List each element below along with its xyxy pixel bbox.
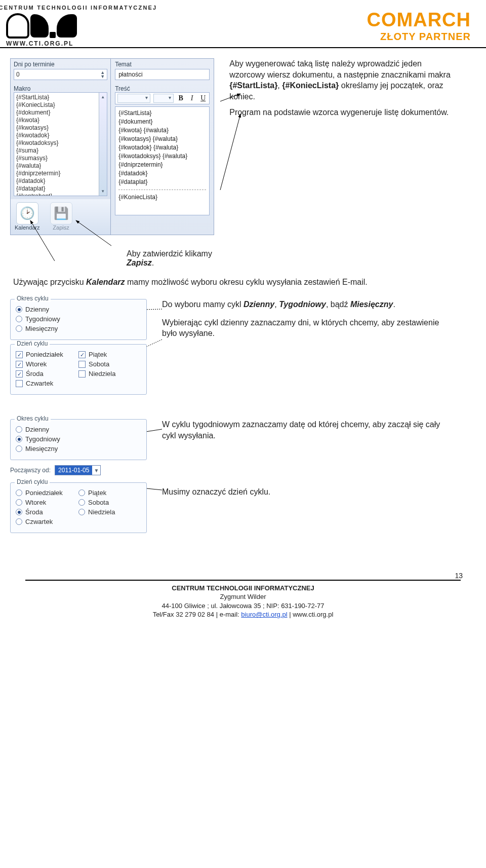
radio-piatek[interactable]: Piątek	[78, 489, 141, 497]
zapisz-label: Zapisz	[53, 224, 69, 231]
checkbox-icon	[16, 370, 23, 378]
scrollbar[interactable]	[99, 93, 107, 196]
radio-sobota[interactable]: Sobota	[78, 499, 141, 506]
radio-sroda[interactable]: Środa	[16, 508, 78, 516]
check-sobota[interactable]: Sobota	[78, 360, 141, 368]
date-input[interactable]: 2011-01-05 ▼	[55, 465, 101, 475]
checkbox-icon	[78, 361, 86, 368]
macro-item[interactable]: {#dniprzetermin}	[16, 170, 105, 177]
content-line: {#kwotasys} {#waluta}	[118, 135, 206, 143]
macro-item[interactable]: {#kwota}	[16, 117, 105, 124]
description-block-2: Do wyboru mamy cykl Dzienny, Tygodniowy,…	[162, 299, 446, 399]
radio-miesieczny[interactable]: Miesięczny	[16, 325, 141, 332]
radio-icon	[16, 316, 22, 322]
checkbox-icon	[16, 361, 23, 368]
macro-item[interactable]: {#suma}	[16, 147, 105, 155]
legend-dzien: Dzień cyklu	[15, 340, 50, 347]
radio-czwartek[interactable]: Czwartek	[16, 518, 78, 525]
underline-button[interactable]: U	[199, 94, 207, 102]
checkbox-icon	[78, 351, 86, 358]
content-line: {#dokument}	[118, 118, 206, 126]
macro-item[interactable]: {#StartLista}	[16, 94, 105, 101]
size-dropdown[interactable]	[153, 94, 174, 103]
format-toolbar: B I U	[115, 92, 210, 104]
checkbox-icon	[16, 351, 23, 358]
bold-button[interactable]: B	[177, 94, 185, 102]
para-tygodniowy: W cyklu tygodniowym zaznaczamy datę od k…	[162, 419, 446, 441]
radio-icon	[16, 426, 22, 433]
macro-item[interactable]: {#dokument}	[16, 109, 105, 117]
legend-okres: Okres cyklu	[15, 415, 51, 422]
check-wtorek[interactable]: Wtorek	[16, 360, 78, 368]
group-dzien-cyklu: Dzień cyklu Poniedziałek Wtorek Środa Cz…	[10, 482, 147, 533]
radio-poniedzialek[interactable]: Poniedziałek	[16, 489, 78, 497]
radio-icon	[16, 306, 22, 313]
macro-item[interactable]: {#dataplat}	[16, 185, 105, 193]
cycle-panel-daily: Okres cyklu Dzienny Tygodniowy Miesięczn…	[10, 299, 147, 399]
legend-okres: Okres cyklu	[15, 295, 51, 302]
macro-item[interactable]: {#datadok}	[16, 177, 105, 185]
description-block-1: Aby wygenerować taką listę należy wprowa…	[229, 58, 456, 235]
footer-url: www.cti.org.pl	[293, 611, 333, 618]
screenshot-macro-editor: Dni po terminie 0 ▲▼ Makro {#StartLista}…	[10, 58, 456, 235]
content-line: {#kwota} {#waluta}	[118, 126, 206, 135]
screenshot-okres-tygodniowy: Okres cyklu Dzienny Tygodniowy Miesięczn…	[10, 419, 456, 537]
macro-sidebar: Dni po terminie 0 ▲▼ Makro {#StartLista}…	[10, 58, 111, 235]
check-piatek[interactable]: Piątek	[78, 351, 141, 358]
radio-icon	[78, 499, 85, 506]
macro-item[interactable]: {#kwotadok}	[16, 132, 105, 139]
zapisz-button[interactable]: 💾 Zapisz	[50, 202, 72, 231]
macro-listbox[interactable]: {#StartLista} {#KoniecLista} {#dokument}…	[14, 92, 107, 196]
check-sroda[interactable]: Środa	[16, 370, 78, 378]
radio-tygodniowy[interactable]: Tygodniowy	[16, 315, 141, 323]
checkbox-icon	[16, 380, 23, 387]
radio-dzienny[interactable]: Dzienny	[16, 426, 141, 433]
label-makro: Makro	[11, 83, 110, 92]
clock-icon: 🕑	[16, 202, 38, 224]
macro-item[interactable]: {#KoniecLista}	[16, 101, 105, 109]
radio-wtorek[interactable]: Wtorek	[16, 499, 78, 506]
radio-tygodniowy[interactable]: Tygodniowy	[16, 435, 141, 443]
sidebar-toolbar: 🕑 Kalendarz 💾 Zapisz	[11, 199, 110, 235]
italic-button[interactable]: I	[188, 94, 196, 102]
date-row: Począwszy od: 2011-01-05 ▼	[10, 465, 147, 475]
check-czwartek[interactable]: Czwartek	[16, 380, 78, 387]
radio-niedziela[interactable]: Niedziela	[78, 508, 141, 516]
macro-item[interactable]: {#kontrahent}	[16, 193, 105, 196]
check-poniedzialek[interactable]: Poniedziałek	[16, 351, 78, 358]
radio-icon	[16, 499, 22, 506]
temat-input[interactable]: płatności	[115, 69, 210, 80]
cycle-panel-weekly: Okres cyklu Dzienny Tygodniowy Miesięczn…	[10, 419, 147, 537]
macro-item[interactable]: {#sumasys}	[16, 155, 105, 162]
footer-mail-link[interactable]: biuro@cti.org.pl	[241, 611, 287, 618]
content-line: {#kwotadoksys} {#waluta}	[118, 152, 206, 161]
chevron-down-icon[interactable]: ▼	[92, 468, 100, 473]
screenshot-okres-dzienny: Okres cyklu Dzienny Tygodniowy Miesięczn…	[10, 299, 456, 399]
check-niedziela[interactable]: Niedziela	[78, 370, 141, 378]
dni-spinner[interactable]: 0 ▲▼	[14, 69, 107, 80]
macro-item[interactable]: {#waluta}	[16, 162, 105, 170]
content-line: {#datadok}	[118, 169, 206, 178]
radio-icon	[16, 518, 22, 525]
spinner-arrows-icon[interactable]: ▲▼	[100, 70, 105, 79]
page-number: 13	[455, 572, 463, 580]
group-dzien-cyklu: Dzień cyklu Poniedziałek Wtorek Środa Cz…	[10, 344, 147, 395]
macro-item[interactable]: {#kwotasys}	[16, 124, 105, 132]
group-okres-cyklu: Okres cyklu Dzienny Tygodniowy Miesięczn…	[10, 299, 147, 340]
radio-icon	[78, 489, 85, 496]
label-tresc: Treść	[111, 83, 214, 92]
radio-icon	[16, 436, 22, 442]
kalendarz-button[interactable]: 🕑 Kalendarz	[15, 202, 40, 231]
kalendarz-label: Kalendarz	[15, 224, 40, 231]
page-footer: CENTRUM TECHNOLOGII INFORMATYCZNEJ Zygmu…	[25, 580, 461, 619]
radio-miesieczny[interactable]: Miesięczny	[16, 445, 141, 452]
para-1: Aby wygenerować taką listę należy wprowa…	[229, 58, 456, 102]
label-temat: Temat	[111, 59, 214, 68]
radio-dzienny[interactable]: Dzienny	[16, 306, 141, 313]
font-dropdown[interactable]	[117, 94, 150, 103]
tresc-textarea[interactable]: {#StartLista} {#dokument} {#kwota} {#wal…	[115, 106, 210, 215]
comarch-text: COMARCH	[367, 9, 471, 31]
dni-value: 0	[16, 71, 20, 78]
macro-item[interactable]: {#kwotadoksys}	[16, 139, 105, 147]
radio-icon	[16, 325, 22, 332]
